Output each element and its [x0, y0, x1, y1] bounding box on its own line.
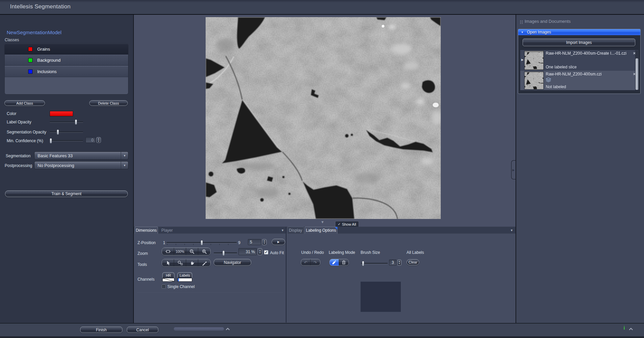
segmentation-label: Segmentation	[6, 154, 31, 158]
picker-tool-button[interactable]	[198, 259, 210, 267]
z-max: 9	[238, 240, 240, 245]
brush-icon	[332, 260, 336, 265]
zoom-percent-input[interactable]: 31 %	[238, 248, 257, 255]
check-icon: ✓	[265, 250, 268, 255]
chevron-down-icon[interactable]: ▼	[281, 229, 284, 232]
classes-label: Classes	[5, 38, 19, 42]
play-button[interactable]: ▶	[272, 239, 285, 245]
splitter-handle[interactable]: ▶	[511, 160, 516, 179]
tab-display[interactable]: Display	[287, 227, 304, 234]
brush-size-slider[interactable]	[361, 261, 388, 266]
micrograph-image[interactable]	[206, 17, 441, 219]
fit-view-button[interactable]	[162, 248, 174, 255]
min-confidence-slider[interactable]	[50, 138, 83, 143]
pointer-tool-button[interactable]	[162, 259, 174, 267]
window-edge	[0, 336, 644, 338]
play-icon: ▶	[277, 240, 279, 243]
zoom-stepper[interactable]: ▲▼	[258, 248, 262, 255]
erase-mode-button[interactable]	[339, 259, 348, 266]
scrollbar-thumb[interactable]	[636, 58, 638, 90]
zoom-out-icon	[190, 249, 195, 254]
auto-fit-checkbox[interactable]: ✓	[264, 250, 268, 255]
chevron-down-icon[interactable]: ▼	[121, 162, 128, 169]
class-row-background[interactable]: Background	[5, 55, 128, 66]
min-confidence-stepper[interactable]: ▲▼	[96, 137, 101, 143]
chevron-down-icon[interactable]: ▼	[121, 152, 128, 159]
image-name: Raw-HR-NLM_Z200-400sm-Create I...-01.czi	[546, 51, 630, 56]
zoom-in-button[interactable]	[198, 248, 210, 255]
show-all-toggle[interactable]: ✓ Show All	[335, 221, 359, 227]
class-name: Background	[37, 58, 60, 63]
expand-icon[interactable]: ▶	[521, 58, 524, 61]
open-images-list: ▶ Raw-HR-NLM_Z200-400sm-Create I...-01.c…	[520, 50, 639, 91]
class-color-swatch	[28, 47, 33, 51]
min-confidence-input[interactable]: 0	[86, 137, 96, 143]
add-class-button[interactable]: Add Class	[4, 100, 45, 106]
channel-hr-button[interactable]: HR	[162, 272, 174, 278]
color-label: Color	[7, 111, 16, 116]
brush-size-stepper[interactable]: ▲▼	[397, 260, 401, 266]
trash-icon	[342, 260, 346, 265]
image-thumbnail[interactable]	[524, 51, 544, 70]
class-row-grains[interactable]: Grains	[5, 44, 128, 55]
clear-labels-button[interactable]: Clear	[407, 259, 419, 265]
segmentation-opacity-label: Segmentation Opacity	[7, 130, 46, 134]
tab-labeling-options[interactable]: Labeling Options	[305, 227, 337, 234]
chevron-down-icon: ▼	[521, 31, 524, 34]
image-item-2[interactable]: Raw-HR-NLM_Z200-400sm.czi × Not labeled	[520, 71, 638, 90]
tools-button-group	[162, 259, 211, 267]
image-item-1[interactable]: ▶ Raw-HR-NLM_Z200-400sm-Create I...-01.c…	[520, 50, 638, 71]
finish-button[interactable]: Finish	[80, 327, 122, 333]
pan-tool-button[interactable]	[186, 259, 198, 267]
chevron-up-icon[interactable]	[225, 328, 230, 331]
redo-button[interactable]: ↷	[311, 259, 320, 266]
draw-mode-button[interactable]	[330, 259, 339, 266]
chevron-down-icon[interactable]: ▼	[510, 229, 513, 232]
tab-dimensions[interactable]: Dimensions	[135, 227, 158, 234]
navigator-button[interactable]: Navigator	[214, 259, 251, 266]
z-min: 1	[163, 240, 165, 245]
single-channel-label: Single Channel	[167, 284, 195, 289]
image-status: Not labeled	[546, 84, 566, 89]
class-name: Grains	[37, 47, 50, 52]
zoom-100-button[interactable]: 100%	[174, 248, 186, 255]
segmentation-select[interactable]: Basic Features 33 ▼	[34, 152, 128, 160]
segmentation-opacity-slider[interactable]	[50, 130, 83, 134]
class-row-inclusions[interactable]: Inclusions	[5, 66, 128, 77]
z-position-label: Z-Position	[138, 240, 156, 245]
brush-size-input[interactable]: 3	[389, 260, 396, 266]
open-images-header[interactable]: ▼ Open Images	[518, 29, 640, 35]
redo-icon: ↷	[314, 260, 317, 265]
intellesis-window: Intellesis Segmentation NewSegmentationM…	[0, 0, 644, 338]
train-segment-button[interactable]: Train & Segment	[5, 190, 128, 197]
cancel-button[interactable]: Cancel	[127, 327, 158, 333]
tab-player[interactable]: Player	[159, 227, 175, 234]
z-position-input[interactable]: 5	[248, 239, 261, 245]
zoom-button-group: 100%	[162, 247, 211, 256]
image-thumbnail[interactable]	[524, 71, 544, 90]
chevron-up-icon[interactable]	[629, 328, 633, 331]
image-name: Raw-HR-NLM_Z200-400sm.czi	[546, 72, 630, 76]
info-icon[interactable]: i	[624, 325, 625, 331]
label-opacity-slider[interactable]	[50, 120, 83, 124]
class-color-swatch	[28, 69, 33, 74]
labeling-panel	[286, 227, 516, 323]
zoom-out-button[interactable]	[186, 248, 198, 255]
window-title: Intellesis Segmentation	[10, 3, 70, 10]
undo-button[interactable]: ↶	[301, 259, 311, 266]
zoom-slider[interactable]	[214, 251, 237, 256]
z-position-stepper[interactable]: ▲▼	[262, 239, 267, 245]
collapse-panel-icon[interactable]: ▼	[321, 220, 324, 224]
class-color-picker[interactable]	[50, 111, 73, 116]
undo-redo-label: Undo / Redo	[301, 250, 324, 255]
delete-class-button[interactable]: Delete Class	[89, 100, 128, 106]
zoom-region-tool-button[interactable]	[174, 259, 186, 267]
channel-labels-button[interactable]: Labels	[177, 272, 192, 278]
check-icon: ✓	[338, 222, 340, 226]
channel-labels-lut[interactable]	[177, 278, 192, 282]
channel-hr-lut[interactable]	[162, 278, 174, 282]
z-position-slider[interactable]	[166, 240, 237, 245]
single-channel-checkbox[interactable]	[162, 285, 166, 289]
postprocessing-select[interactable]: No Postprocessing ▼	[34, 161, 128, 169]
import-images-button[interactable]: Import Images	[523, 39, 635, 46]
